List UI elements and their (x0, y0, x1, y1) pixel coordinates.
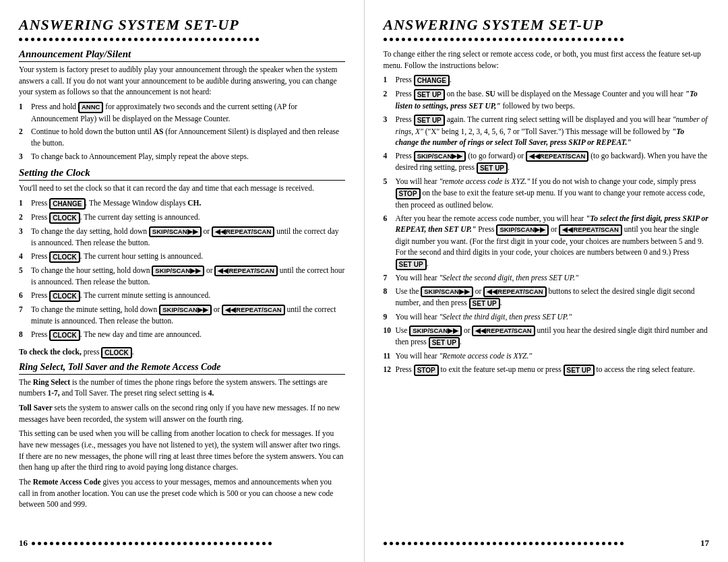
stop-r5: STOP (396, 188, 421, 199)
left-dots-top (19, 36, 345, 42)
section1-steps: 1 Press and hold ANNC for approximately … (19, 101, 345, 164)
skip-scan-button: SKIP/SCAN▶▶ (149, 226, 202, 237)
setup-button-r2: SET UP (414, 89, 445, 100)
section1-heading: Announcement Play/Silent (19, 49, 345, 62)
left-footer-dots (32, 542, 345, 545)
clock-button4: CLOCK (49, 330, 80, 341)
clock-button3: CLOCK (49, 290, 80, 302)
setup-r10: SET UP (429, 337, 460, 348)
skip-scan-button2: SKIP/SCAN▶▶ (152, 266, 204, 276)
list-item: 2 Continue to hold down the button until… (19, 126, 345, 148)
right-footer-dots (384, 542, 697, 545)
list-item: 3 Press SET UP again. The current ring s… (384, 114, 710, 148)
left-title: ANSWERING SYSTEM SET-UP (19, 16, 345, 34)
list-item: 1 Press CHANGE. The Message Window displ… (19, 197, 345, 210)
left-footer: 16 (19, 534, 345, 549)
repeat-scan-r10: ◀◀REPEAT/SCAN (472, 325, 535, 336)
skip-scan-r4: SKIP/SCAN▶▶ (414, 151, 466, 162)
right-page-number: 17 (700, 538, 709, 549)
list-item: 6 Press CLOCK. The current minute settin… (19, 290, 345, 302)
section1-body: Your system is factory preset to audibly… (19, 64, 345, 98)
repeat-scan-button: ◀◀REPEAT/SCAN (212, 226, 274, 237)
left-page-number: 16 (19, 538, 28, 549)
right-intro: To change either the ring select or remo… (384, 49, 710, 71)
repeat-scan-r6: ◀◀REPEAT/SCAN (559, 224, 621, 235)
skip-scan-r10: SKIP/SCAN▶▶ (409, 325, 462, 336)
skip-scan-r6: SKIP/SCAN▶▶ (496, 224, 549, 235)
section3-para4: The Remote Access Code gives you access … (19, 476, 345, 510)
right-footer: 17 (384, 534, 710, 549)
section3-para1: The Ring Select is the number of times t… (19, 377, 345, 399)
section2-body: You'll need to set the clock so that it … (19, 183, 345, 194)
repeat-scan-r4: ◀◀REPEAT/SCAN (526, 151, 588, 162)
section3-para2: Toll Saver sets the system to answer cal… (19, 402, 345, 425)
right-steps: 1 Press CHANGE. 2 Press SET UP on the ba… (384, 74, 710, 377)
annc-button: ANNC (78, 102, 103, 113)
repeat-scan-r8: ◀◀REPEAT/SCAN (483, 286, 546, 297)
list-item: 7 To change the minute setting, hold dow… (19, 304, 345, 327)
setup-r8: SET UP (469, 298, 500, 309)
list-item: 12 Press STOP to exit the feature set-up… (384, 364, 710, 376)
right-title: ANSWERING SYSTEM SET-UP (384, 16, 710, 34)
section3-para3: This setting can be used when you will b… (19, 428, 345, 473)
list-item: 5 To change the hour setting, hold down … (19, 265, 345, 288)
list-item: 3 To change the day setting, hold down S… (19, 226, 345, 249)
check-clock: To check the clock, press CLOCK. (19, 346, 345, 358)
left-column: ANSWERING SYSTEM SET-UP Announcement Pla… (0, 0, 365, 562)
skip-scan-button3: SKIP/SCAN▶▶ (159, 305, 212, 315)
section2-steps: 1 Press CHANGE. The Message Window displ… (19, 197, 345, 343)
clock-button5: CLOCK (101, 347, 132, 358)
change-button: CHANGE (49, 198, 85, 210)
list-item: 6 After you hear the remote access code … (384, 213, 710, 270)
right-dots-top (384, 36, 710, 42)
list-item: 3 To change back to Announcement Play, s… (19, 151, 345, 162)
list-item: 5 You will hear "remote access code is X… (384, 176, 710, 210)
page: ANSWERING SYSTEM SET-UP Announcement Pla… (0, 0, 728, 562)
skip-scan-r8: SKIP/SCAN▶▶ (421, 286, 473, 297)
setup-r6: SET UP (396, 259, 427, 270)
stop-r12: STOP (414, 365, 439, 376)
setup-r4: SET UP (477, 162, 508, 174)
list-item: 8 Use the SKIP/SCAN▶▶ or ◀◀REPEAT/SCAN b… (384, 286, 710, 309)
change-button-r1: CHANGE (414, 75, 450, 86)
setup-r12: SET UP (564, 365, 595, 376)
list-item: 1 Press CHANGE. (384, 74, 710, 86)
list-item: 8 Press CLOCK. The new day and time are … (19, 329, 345, 341)
repeat-scan-button2: ◀◀REPEAT/SCAN (214, 266, 277, 276)
clock-button2: CLOCK (49, 251, 80, 263)
list-item: 4 Press SKIP/SCAN▶▶ (to go forward) or ◀… (384, 150, 710, 174)
right-column: ANSWERING SYSTEM SET-UP To change either… (365, 0, 729, 562)
repeat-scan-button3: ◀◀REPEAT/SCAN (222, 305, 284, 315)
section3-heading: Ring Select, Toll Saver and the Remote A… (19, 362, 345, 375)
clock-button: CLOCK (49, 212, 80, 224)
list-item: 7 You will hear "Select the second digit… (384, 272, 710, 284)
list-item: 4 Press CLOCK. The current hour setting … (19, 251, 345, 263)
section2-heading: Setting the Clock (19, 167, 345, 181)
setup-button-r3: SET UP (414, 115, 445, 126)
list-item: 10 Use SKIP/SCAN▶▶ or ◀◀REPEAT/SCAN unti… (384, 325, 710, 348)
list-item: 1 Press and hold ANNC for approximately … (19, 101, 345, 124)
list-item: 11 You will hear "Remote access code is … (384, 350, 710, 362)
list-item: 9 You will hear "Select the third digit,… (384, 311, 710, 323)
list-item: 2 Press SET UP on the base. SU will be d… (384, 88, 710, 112)
list-item: 2 Press CLOCK. The current day setting i… (19, 212, 345, 224)
